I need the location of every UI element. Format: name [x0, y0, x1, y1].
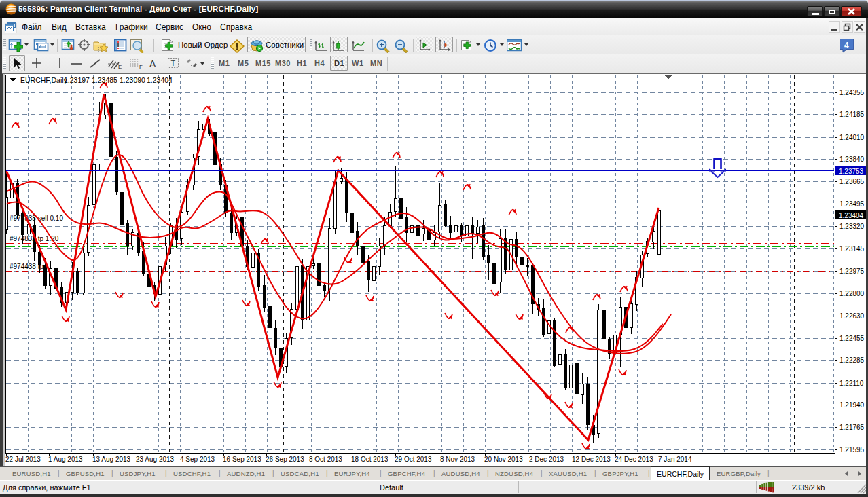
svg-text:1.22455: 1.22455: [839, 335, 865, 342]
svg-text:18 Oct 2013: 18 Oct 2013: [351, 456, 388, 463]
svg-text:23 Aug 2013: 23 Aug 2013: [136, 456, 175, 463]
svg-text:1.22630: 1.22630: [839, 312, 865, 320]
svg-text:1.22975: 1.22975: [839, 268, 865, 275]
svg-text:F: F: [139, 64, 143, 70]
svg-text:2 Dec 2013: 2 Dec 2013: [529, 456, 564, 463]
svg-text:1.23090: 1.23090: [120, 76, 145, 84]
svg-text:E: E: [118, 64, 122, 70]
svg-text:4 Sep 2013: 4 Sep 2013: [180, 456, 215, 463]
svg-text:4: 4: [844, 41, 849, 50]
svg-text:1.21595: 1.21595: [839, 446, 865, 454]
svg-text:1.23404: 1.23404: [147, 76, 173, 84]
svg-text:1.23320: 1.23320: [839, 223, 865, 230]
svg-text:1.23404: 1.23404: [839, 212, 864, 219]
svg-text:29 Oct 2013: 29 Oct 2013: [395, 456, 432, 463]
svg-text:1.23145: 1.23145: [839, 245, 865, 253]
svg-text:7 Jan 2014: 7 Jan 2014: [658, 456, 692, 463]
svg-text:16 Sep 2013: 16 Sep 2013: [223, 456, 261, 463]
svg-text:1.23665: 1.23665: [839, 178, 865, 185]
svg-text:1.22285: 1.22285: [839, 356, 865, 364]
svg-text:1.22110: 1.22110: [839, 380, 864, 387]
svg-text:26 Sep 2013: 26 Sep 2013: [266, 456, 304, 463]
svg-text:EURCHF,Daily: EURCHF,Daily: [20, 76, 68, 84]
svg-text:1.23495: 1.23495: [839, 200, 865, 208]
svg-text:8 Nov 2013: 8 Nov 2013: [440, 456, 475, 463]
svg-text:1.22800: 1.22800: [839, 290, 865, 297]
svg-text:1.23753: 1.23753: [839, 168, 864, 175]
svg-text:22 Jul 2013: 22 Jul 2013: [5, 456, 41, 463]
svg-text:T: T: [171, 59, 176, 67]
svg-text:1.24355: 1.24355: [839, 89, 865, 96]
svg-text:1.23840: 1.23840: [839, 155, 865, 163]
svg-text:8 Oct 2013: 8 Oct 2013: [309, 456, 342, 463]
svg-text:24 Dec 2013: 24 Dec 2013: [615, 456, 653, 463]
svg-text:20 Nov 2013: 20 Nov 2013: [484, 456, 523, 463]
svg-text:1.21765: 1.21765: [839, 424, 865, 431]
svg-text:1.21940: 1.21940: [839, 401, 865, 409]
svg-text:13 Aug 2013: 13 Aug 2013: [92, 456, 131, 463]
svg-text:1.24010: 1.24010: [839, 134, 865, 141]
svg-text:1.24185: 1.24185: [839, 111, 865, 118]
svg-text:1 Aug 2013: 1 Aug 2013: [48, 456, 83, 463]
svg-text:1.23485: 1.23485: [92, 76, 117, 84]
svg-text:1.23197: 1.23197: [64, 76, 90, 84]
svg-text:12 Dec 2013: 12 Dec 2013: [572, 456, 611, 463]
